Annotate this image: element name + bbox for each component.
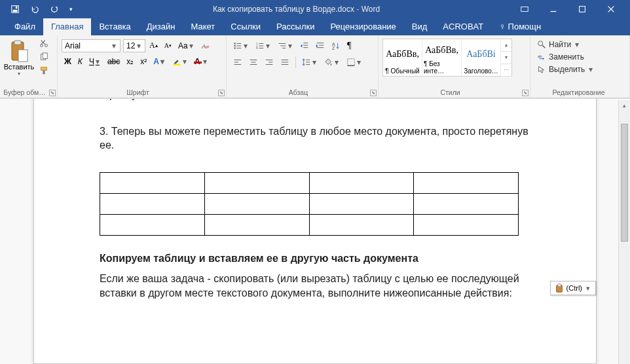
vertical-scrollbar[interactable]: ▴ — [618, 100, 630, 364]
clipboard-launcher[interactable]: ⬊ — [49, 90, 56, 96]
align-left-icon[interactable] — [231, 56, 245, 69]
doc-paragraph-3: 3. Теперь вы можете переместить таблицу … — [100, 124, 537, 153]
underline-button[interactable]: Ч▾ — [86, 55, 103, 68]
svg-point-61 — [538, 41, 543, 46]
tab-references[interactable]: Ссылки — [223, 18, 269, 35]
close-icon[interactable] — [604, 3, 618, 16]
increase-indent-icon[interactable] — [313, 39, 327, 52]
grow-font-icon[interactable]: A▴ — [147, 39, 160, 52]
font-size-select[interactable]: 12▾ — [123, 39, 145, 52]
svg-rect-20 — [174, 64, 181, 66]
clear-format-icon[interactable]: A — [198, 39, 213, 52]
tab-file[interactable]: Файл — [7, 18, 43, 35]
find-button[interactable]: Найти▾ — [534, 39, 625, 50]
replace-button[interactable]: abЗаменить — [534, 51, 625, 63]
minimize-icon[interactable] — [546, 3, 561, 16]
bullets-icon[interactable]: ▾ — [231, 39, 251, 52]
align-right-icon[interactable] — [262, 56, 276, 69]
show-marks-icon[interactable]: ¶ — [344, 39, 354, 53]
redo-icon[interactable] — [47, 3, 62, 16]
tell-me[interactable]: ♀ Помощн — [491, 18, 549, 35]
paste-button[interactable]: Вставить ▾ — [4, 38, 34, 77]
tab-layout[interactable]: Макет — [183, 18, 223, 35]
shading-icon[interactable]: ▾ — [322, 56, 343, 69]
maximize-icon[interactable] — [575, 3, 589, 16]
table-row — [100, 214, 519, 235]
styles-launcher[interactable]: ⬊ — [522, 90, 528, 96]
paste-options-hint[interactable]: (Ctrl)▾ — [550, 281, 596, 295]
window-title: Как скопировать таблицу в Ворде.docx - W… — [75, 5, 517, 14]
borders-icon[interactable]: ▾ — [344, 56, 365, 69]
tab-review[interactable]: Рецензирование — [322, 18, 403, 35]
scroll-up-icon[interactable]: ▴ — [619, 100, 630, 111]
multilevel-icon[interactable]: ▾ — [275, 39, 296, 52]
sort-icon[interactable]: AZ — [329, 39, 343, 52]
align-center-icon[interactable] — [246, 56, 261, 69]
page[interactable]: стрелку. 3. Теперь вы можете переместить… — [33, 98, 597, 364]
svg-rect-1 — [13, 10, 18, 12]
svg-text:Z: Z — [332, 46, 335, 50]
tab-home[interactable]: Главная — [43, 18, 91, 35]
tab-view[interactable]: Вид — [404, 18, 435, 35]
svg-rect-17 — [43, 70, 45, 74]
tab-design[interactable]: Дизайн — [139, 18, 183, 35]
tab-insert[interactable]: Вставка — [91, 18, 138, 35]
styles-more-icon[interactable]: ⋯ — [501, 64, 511, 77]
text-effects-icon[interactable]: A▾ — [151, 55, 168, 68]
qat-dropdown-icon[interactable]: ▾ — [67, 4, 75, 14]
strike-button[interactable]: abc — [105, 55, 122, 68]
font-color-icon[interactable]: A▾ — [192, 55, 211, 68]
highlight-icon[interactable]: ▾ — [170, 55, 191, 68]
doc-cut-line: стрелку. — [100, 98, 537, 102]
scroll-thumb[interactable] — [621, 124, 628, 242]
change-case-icon[interactable]: Aa▾ — [176, 39, 197, 52]
document-area[interactable]: стрелку. 3. Теперь вы можете переместить… — [0, 98, 630, 364]
svg-point-13 — [45, 45, 48, 47]
svg-rect-16 — [41, 67, 47, 70]
ribbon-display-icon[interactable] — [517, 3, 532, 16]
undo-icon[interactable] — [28, 3, 42, 16]
svg-rect-15 — [43, 53, 47, 59]
table-row — [100, 193, 519, 214]
save-icon[interactable] — [8, 3, 22, 16]
decrease-indent-icon[interactable] — [297, 39, 312, 52]
superscript-button[interactable]: x² — [138, 55, 149, 68]
svg-point-12 — [41, 45, 43, 47]
font-family-select[interactable]: Arial▾ — [62, 39, 120, 52]
style-heading1[interactable]: АаБбВіЗаголово… — [462, 39, 501, 76]
bold-button[interactable]: Ж — [62, 55, 74, 68]
shrink-font-icon[interactable]: A▾ — [162, 40, 174, 51]
ribbon: Вставить ▾ Буфер обм… ⬊ Arial▾ 12▾ A▴ A▾… — [0, 35, 630, 98]
line-spacing-icon[interactable]: ▾ — [299, 56, 320, 69]
paragraph-launcher[interactable]: ⬊ — [370, 90, 377, 96]
table-row — [100, 172, 519, 193]
format-painter-icon[interactable] — [37, 64, 51, 77]
doc-heading: Копируем таблицу и вставляем ее в другую… — [100, 251, 537, 266]
font-launcher[interactable]: ⬊ — [218, 90, 225, 96]
svg-rect-65 — [557, 284, 561, 287]
subscript-button[interactable]: x₂ — [124, 55, 136, 68]
clipboard-group-label: Буфер обм… — [0, 88, 49, 98]
tab-acrobat[interactable]: ACROBAT — [435, 18, 491, 35]
styles-group-label: Стили — [379, 88, 522, 98]
styles-up-icon[interactable]: ▴ — [501, 39, 511, 52]
copy-icon[interactable] — [37, 50, 51, 64]
svg-rect-4 — [521, 7, 528, 12]
svg-rect-2 — [16, 7, 18, 9]
justify-icon[interactable] — [278, 56, 292, 69]
doc-table[interactable] — [100, 172, 519, 236]
style-normal[interactable]: АаБбВв,¶ Обычный — [383, 39, 422, 76]
numbering-icon[interactable]: 123▾ — [253, 39, 274, 52]
paragraph-group-label: Абзац — [227, 88, 370, 98]
svg-rect-11 — [18, 50, 28, 62]
svg-text:A: A — [201, 42, 206, 49]
styles-down-icon[interactable]: ▾ — [501, 52, 511, 64]
tab-mailings[interactable]: Рассылки — [269, 18, 322, 35]
cut-icon[interactable] — [37, 37, 51, 50]
italic-button[interactable]: К — [75, 55, 85, 68]
svg-text:3: 3 — [256, 46, 258, 50]
select-button[interactable]: Выделить▾ — [534, 64, 625, 75]
style-no-spacing[interactable]: АаБбВв,¶ Без инте… — [422, 39, 462, 76]
doc-paragraph-4: Если же ваша задача - скопировать (или в… — [100, 272, 537, 300]
svg-rect-6 — [580, 7, 585, 12]
